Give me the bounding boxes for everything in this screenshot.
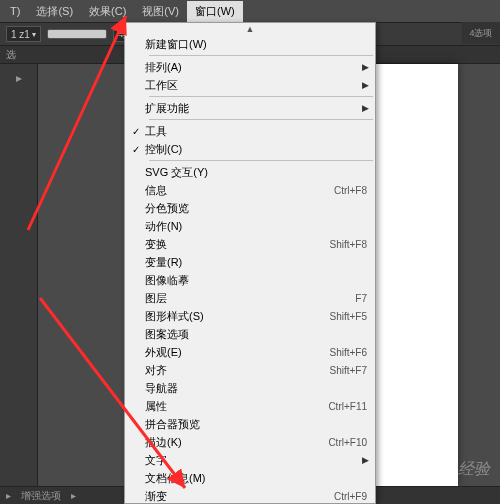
- menu-separations-preview[interactable]: 分色预览: [125, 199, 375, 217]
- menu-separator: [149, 119, 373, 120]
- submenu-arrow-icon: ▶: [362, 62, 369, 72]
- menubar: T) 选择(S) 效果(C) 视图(V) 窗口(W): [0, 0, 500, 22]
- menu-image-trace[interactable]: 图像临摹: [125, 271, 375, 289]
- menu-document-info[interactable]: 文档信息(M): [125, 469, 375, 487]
- menu-new-window[interactable]: 新建窗口(W): [125, 35, 375, 53]
- menu-stroke[interactable]: 描边(K)Ctrl+F10: [125, 433, 375, 451]
- menu-align[interactable]: 对齐Shift+F7: [125, 361, 375, 379]
- watermark: Baidu经验: [417, 459, 490, 480]
- menu-effect[interactable]: 效果(C): [81, 1, 134, 22]
- menu-scroll-up[interactable]: ▲: [125, 23, 375, 35]
- check-icon: ✓: [127, 126, 145, 137]
- window-menu-dropdown: ▲ 新建窗口(W) 排列(A) ▶ 工作区 ▶ 扩展功能 ▶ ✓ 工具 ✓ 控制…: [124, 22, 376, 504]
- check-icon: ✓: [127, 144, 145, 155]
- status-zoom[interactable]: ▸: [6, 490, 11, 501]
- menu-separator: [149, 55, 373, 56]
- menu-select[interactable]: 选择(S): [28, 1, 81, 22]
- menu-appearance[interactable]: 外观(E)Shift+F6: [125, 343, 375, 361]
- menu-svg-interactivity[interactable]: SVG 交互(Y): [125, 163, 375, 181]
- menu-tools[interactable]: ✓ 工具: [125, 122, 375, 140]
- right-tab[interactable]: 4选项: [462, 22, 500, 44]
- menu-arrange[interactable]: 排列(A) ▶: [125, 58, 375, 76]
- menu-view[interactable]: 视图(V): [134, 1, 187, 22]
- menu-actions[interactable]: 动作(N): [125, 217, 375, 235]
- submenu-arrow-icon: ▶: [362, 80, 369, 90]
- menu-gradient[interactable]: 渐变Ctrl+F9: [125, 487, 375, 504]
- menu-flattener-preview[interactable]: 拼合器预览: [125, 415, 375, 433]
- menu-pattern-options[interactable]: 图案选项: [125, 325, 375, 343]
- menu-transform[interactable]: 变换Shift+F8: [125, 235, 375, 253]
- menu-graphic-styles[interactable]: 图形样式(S)Shift+F5: [125, 307, 375, 325]
- menu-control[interactable]: ✓ 控制(C): [125, 140, 375, 158]
- submenu-arrow-icon: ▶: [362, 103, 369, 113]
- menu-navigator[interactable]: 导航器: [125, 379, 375, 397]
- menu-type[interactable]: 文字▶: [125, 451, 375, 469]
- status-chevron-icon[interactable]: ▸: [71, 490, 76, 501]
- status-label: 增强选项: [21, 489, 61, 503]
- menu-layers[interactable]: 图层F7: [125, 289, 375, 307]
- toolbox: ▸: [0, 64, 38, 486]
- menu-attributes[interactable]: 属性Ctrl+F11: [125, 397, 375, 415]
- submenu-arrow-icon: ▶: [362, 455, 369, 465]
- menu-window[interactable]: 窗口(W): [187, 1, 243, 22]
- menu-object[interactable]: T): [2, 2, 28, 20]
- stroke-slider[interactable]: [47, 29, 107, 39]
- menu-separator: [149, 96, 373, 97]
- zoom-field[interactable]: 1 z1▾: [6, 26, 41, 42]
- menu-variables[interactable]: 变量(R): [125, 253, 375, 271]
- menu-workspace[interactable]: 工作区 ▶: [125, 76, 375, 94]
- menu-extensions[interactable]: 扩展功能 ▶: [125, 99, 375, 117]
- menu-info[interactable]: 信息Ctrl+F8: [125, 181, 375, 199]
- tool-unknown[interactable]: ▸: [2, 66, 36, 90]
- menu-separator: [149, 160, 373, 161]
